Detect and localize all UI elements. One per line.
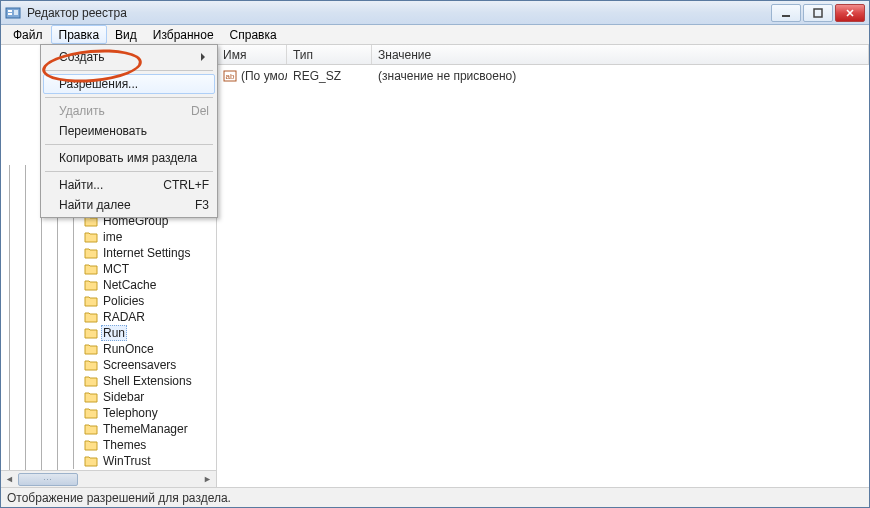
tree-item-label: ThemeManager <box>101 422 190 436</box>
tree-item[interactable]: Run <box>1 325 216 341</box>
status-text: Отображение разрешений для раздела. <box>7 491 231 505</box>
tree-item-label: Screensavers <box>101 358 178 372</box>
folder-icon <box>84 374 98 388</box>
dropdown-separator <box>45 97 213 98</box>
dropdown-permissions[interactable]: Разрешения... <box>43 74 215 94</box>
svg-rect-2 <box>8 13 12 15</box>
scroll-thumb[interactable]: ··· <box>18 473 78 486</box>
list-body[interactable]: ab (По умолчанию) REG_SZ (значение не пр… <box>217 65 869 487</box>
svg-rect-3 <box>14 10 18 15</box>
svg-rect-4 <box>782 15 790 17</box>
folder-icon <box>84 422 98 436</box>
dropdown-delete-label: Удалить <box>59 104 105 118</box>
tree-item-label: WinTrust <box>101 454 153 468</box>
menu-edit[interactable]: Правка <box>51 25 108 44</box>
dropdown-permissions-label: Разрешения... <box>59 77 138 91</box>
tree-item-label: NetCache <box>101 278 158 292</box>
dropdown-findnext-label: Найти далее <box>59 198 131 212</box>
tree-item[interactable]: Shell Extensions <box>1 373 216 389</box>
scroll-right-button[interactable]: ► <box>199 472 216 487</box>
tree-item-label: MCT <box>101 262 131 276</box>
tree-item-label: ime <box>101 230 124 244</box>
tree-item[interactable]: Screensavers <box>1 357 216 373</box>
menu-view[interactable]: Вид <box>107 25 145 44</box>
folder-icon <box>84 438 98 452</box>
maximize-button[interactable] <box>803 4 833 22</box>
value-name: (По умолчанию) <box>241 69 287 83</box>
tree-item-label: Telephony <box>101 406 160 420</box>
minimize-button[interactable] <box>771 4 801 22</box>
dropdown-find-next[interactable]: Найти далее F3 <box>43 195 215 215</box>
folder-icon <box>84 294 98 308</box>
window-title: Редактор реестра <box>27 6 127 20</box>
menu-file[interactable]: Файл <box>5 25 51 44</box>
tree-item[interactable]: WinTrust <box>1 453 216 469</box>
dropdown-delete[interactable]: Удалить Del <box>43 101 215 121</box>
dropdown-find-label: Найти... <box>59 178 103 192</box>
folder-icon <box>84 310 98 324</box>
dropdown-separator <box>45 70 213 71</box>
dropdown-edit-menu: Создать Разрешения... Удалить Del Переим… <box>40 44 218 218</box>
tree-item[interactable]: Sidebar <box>1 389 216 405</box>
dropdown-find[interactable]: Найти... CTRL+F <box>43 175 215 195</box>
tree-item[interactable]: RunOnce <box>1 341 216 357</box>
menu-favorites[interactable]: Избранное <box>145 25 222 44</box>
menubar: Файл Правка Вид Избранное Справка <box>1 25 869 45</box>
tree-item-label: Internet Settings <box>101 246 192 260</box>
list-pane: Имя Тип Значение ab (По умолчанию) REG_S… <box>217 45 869 487</box>
window-controls <box>771 4 865 22</box>
svg-rect-1 <box>8 10 12 12</box>
tree-item[interactable]: MCT <box>1 261 216 277</box>
dropdown-create[interactable]: Создать <box>43 47 215 67</box>
dropdown-rename[interactable]: Переименовать <box>43 121 215 141</box>
folder-icon <box>84 406 98 420</box>
tree-item[interactable]: RADAR <box>1 309 216 325</box>
dropdown-separator <box>45 171 213 172</box>
tree-item[interactable]: ThemeManager <box>1 421 216 437</box>
folder-icon <box>84 454 98 468</box>
dropdown-create-label: Создать <box>59 50 105 64</box>
dropdown-copy-keyname[interactable]: Копировать имя раздела <box>43 148 215 168</box>
tree-item[interactable]: Telephony <box>1 405 216 421</box>
column-value[interactable]: Значение <box>372 45 869 64</box>
dropdown-separator <box>45 144 213 145</box>
svg-text:ab: ab <box>226 72 235 81</box>
close-button[interactable] <box>835 4 865 22</box>
tree-item-label: RADAR <box>101 310 147 324</box>
tree-item-label: RunOnce <box>101 342 156 356</box>
folder-icon <box>84 342 98 356</box>
tree-item[interactable]: Internet Settings <box>1 245 216 261</box>
column-name[interactable]: Имя <box>217 45 287 64</box>
svg-rect-5 <box>814 9 822 17</box>
dropdown-delete-shortcut: Del <box>191 104 209 118</box>
tree-item[interactable]: Themes <box>1 437 216 453</box>
tree-item[interactable]: ime <box>1 229 216 245</box>
folder-icon <box>84 246 98 260</box>
value-data: (значение не присвоено) <box>372 67 869 85</box>
value-type: REG_SZ <box>287 67 372 85</box>
tree-item[interactable]: Policies <box>1 293 216 309</box>
list-row[interactable]: ab (По умолчанию) REG_SZ (значение не пр… <box>217 65 869 87</box>
string-value-icon: ab <box>223 69 237 83</box>
menu-help[interactable]: Справка <box>222 25 285 44</box>
titlebar: Редактор реестра <box>1 1 869 25</box>
dropdown-copykey-label: Копировать имя раздела <box>59 151 197 165</box>
folder-icon <box>84 230 98 244</box>
folder-icon <box>84 326 98 340</box>
tree-item-label: Run <box>101 325 127 341</box>
list-header: Имя Тип Значение <box>217 45 869 65</box>
dropdown-find-shortcut: CTRL+F <box>163 178 209 192</box>
folder-icon <box>84 358 98 372</box>
regedit-icon <box>5 5 21 21</box>
horizontal-scrollbar[interactable]: ◄ ··· ► <box>1 470 216 487</box>
scroll-left-button[interactable]: ◄ <box>1 472 18 487</box>
folder-icon <box>84 262 98 276</box>
statusbar: Отображение разрешений для раздела. <box>1 487 869 507</box>
tree-item[interactable]: NetCache <box>1 277 216 293</box>
tree-item-label: Sidebar <box>101 390 146 404</box>
dropdown-findnext-shortcut: F3 <box>195 198 209 212</box>
submenu-arrow-icon <box>201 53 209 61</box>
tree-item-label: Policies <box>101 294 146 308</box>
tree-item-label: Shell Extensions <box>101 374 194 388</box>
column-type[interactable]: Тип <box>287 45 372 64</box>
